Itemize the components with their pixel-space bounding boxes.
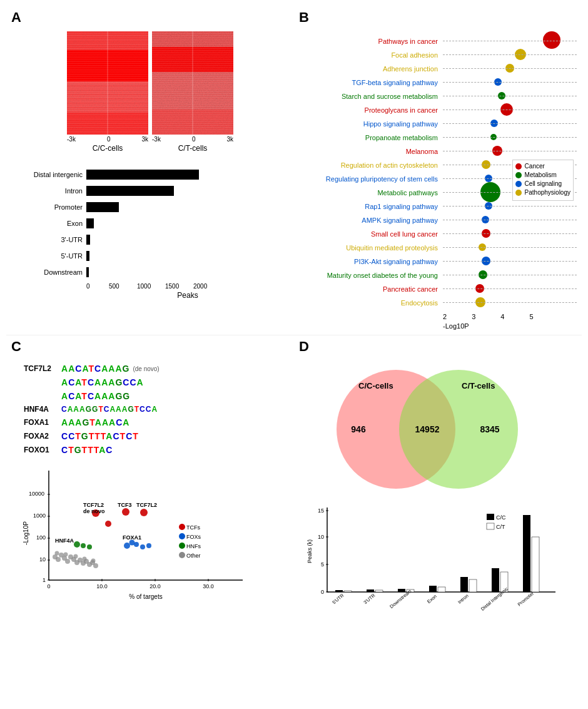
svg-rect-99 bbox=[367, 589, 374, 592]
pathway-row: Endocytosis bbox=[299, 296, 577, 309]
bar-x-title: Peaks bbox=[86, 291, 289, 300]
svg-rect-7 bbox=[152, 31, 233, 135]
bubble-area bbox=[443, 103, 577, 116]
bubble-chart-container: Pathways in cancer Focal adhesion Adhere… bbox=[299, 34, 577, 330]
heatmap-right-block bbox=[152, 31, 233, 135]
axis-tick: 2 bbox=[443, 313, 447, 320]
bar-row-promoter: Promoter bbox=[18, 200, 289, 214]
dashed-line bbox=[443, 220, 577, 220]
pathway-label: Pathways in cancer bbox=[299, 38, 443, 45]
heatmap-axis-right: -3k 0 3k bbox=[152, 136, 233, 143]
pathway-row: Melanoma bbox=[299, 145, 577, 158]
svg-rect-10 bbox=[152, 72, 233, 110]
dashed-line bbox=[443, 275, 577, 275]
svg-text:20.0: 20.0 bbox=[150, 583, 161, 589]
svg-rect-98 bbox=[344, 591, 352, 592]
motif-name: TCF7L2 bbox=[24, 364, 61, 373]
svg-text:FOXA1: FOXA1 bbox=[123, 534, 141, 541]
pathway-label: TGF-beta signaling pathway bbox=[299, 79, 443, 86]
pathway-row: AMPK signaling pathway bbox=[299, 213, 577, 227]
bubble-legend: Cancer Metabolism Cell signaling Pathoph… bbox=[512, 160, 574, 201]
pathway-row: Starch and sucrose metabolism bbox=[299, 89, 577, 103]
pathway-row: Focal adhesion bbox=[299, 48, 577, 61]
axis-tick: 2000 bbox=[193, 283, 217, 290]
svg-rect-118 bbox=[487, 514, 494, 520]
svg-text:10.0: 10.0 bbox=[96, 583, 108, 589]
heatmap-right: -3k 0 3k C/T-cells bbox=[152, 31, 233, 153]
svg-point-73 bbox=[179, 533, 185, 539]
dashed-line bbox=[443, 110, 577, 110]
bubble-area bbox=[443, 213, 577, 227]
svg-rect-9 bbox=[152, 47, 233, 72]
pathway-label: Proteoglycans in cancer bbox=[299, 106, 443, 114]
svg-text:0: 0 bbox=[47, 583, 50, 589]
bubble-area bbox=[443, 76, 577, 89]
svg-rect-4 bbox=[67, 113, 148, 135]
pathway-row: TGF-beta signaling pathway bbox=[299, 76, 577, 89]
bar-row-3utr: 3'-UTR bbox=[18, 233, 289, 247]
bar-distal bbox=[86, 170, 199, 180]
svg-text:C/C-cells: C/C-cells bbox=[358, 381, 393, 390]
motif-name: HNF4A bbox=[24, 405, 61, 414]
svg-text:de novo: de novo bbox=[83, 508, 105, 514]
pathway-label: PI3K-Akt signaling pathway bbox=[299, 258, 443, 265]
bubble-area bbox=[443, 200, 577, 213]
svg-rect-107 bbox=[492, 568, 499, 592]
axis-tick: 1500 bbox=[165, 283, 193, 290]
pathway-row: Propanoate metabolism bbox=[299, 131, 577, 144]
bar-promoter bbox=[86, 202, 119, 212]
bar-3utr bbox=[86, 235, 90, 245]
bar-5utr bbox=[86, 251, 89, 261]
axis-tick: 0 bbox=[107, 136, 111, 143]
svg-point-52 bbox=[91, 559, 96, 563]
motif-note: (de novo) bbox=[133, 365, 159, 372]
bar-label: 3'-UTR bbox=[18, 236, 86, 243]
legend-label: Cell signaling bbox=[525, 180, 562, 187]
svg-point-57 bbox=[124, 543, 130, 549]
svg-text:-Log10P: -Log10P bbox=[23, 521, 29, 545]
bar-row-downstream: Downstream bbox=[18, 265, 289, 279]
motif-seq: CCTGTTTACTCT bbox=[61, 431, 139, 441]
axis-tick: -3k bbox=[152, 136, 161, 143]
motif-name: FOXO1 bbox=[24, 446, 61, 454]
pathway-row: Pathways in cancer bbox=[299, 34, 577, 48]
svg-point-51 bbox=[83, 557, 87, 561]
svg-rect-120 bbox=[487, 523, 494, 529]
motif-row-tcf7l2: TCF7L2 AACATCAAAG (de novo) bbox=[24, 364, 289, 374]
axis-tick: 3 bbox=[472, 313, 475, 320]
svg-point-38 bbox=[65, 559, 70, 564]
heatmap-left-title: C/C-cells bbox=[67, 144, 148, 153]
bar-row-intron: Intron bbox=[18, 184, 289, 198]
legend-dot bbox=[515, 190, 522, 196]
svg-text:C/T: C/T bbox=[496, 524, 505, 530]
svg-text:Exon: Exon bbox=[426, 593, 438, 604]
svg-point-35 bbox=[56, 557, 61, 562]
dashed-line bbox=[443, 96, 577, 96]
bubble-area bbox=[443, 131, 577, 144]
svg-text:10: 10 bbox=[39, 556, 46, 563]
motif-row-hnf4a: HNF4A CAAAGGTCAAAGTCCA bbox=[24, 405, 289, 414]
svg-rect-104 bbox=[438, 587, 445, 592]
svg-text:TCF7L2: TCF7L2 bbox=[83, 502, 104, 508]
pathway-label: Regulating pluripotency of stem cells bbox=[299, 175, 443, 183]
svg-text:14952: 14952 bbox=[415, 424, 440, 434]
legend-item: Pathophysiology bbox=[515, 189, 570, 196]
pathway-label: Focal adhesion bbox=[299, 51, 443, 59]
bubble-area bbox=[443, 296, 577, 309]
motif-seq: ACATCAAAGCCA bbox=[61, 377, 144, 387]
svg-text:0: 0 bbox=[321, 589, 324, 595]
svg-text:946: 946 bbox=[351, 424, 366, 434]
svg-point-48 bbox=[55, 551, 59, 556]
motif-row-2: ACATCAAAGCCA bbox=[24, 377, 289, 387]
dashed-line bbox=[443, 137, 577, 138]
venn-diagram: C/C-cells C/T-cells 946 14952 8345 bbox=[299, 367, 577, 498]
svg-text:Other: Other bbox=[186, 553, 201, 559]
dashed-line bbox=[443, 247, 577, 248]
svg-point-53 bbox=[74, 541, 80, 548]
motif-seq: AACATCAAAG bbox=[61, 364, 129, 374]
axis-tick: 0 bbox=[86, 283, 109, 290]
bubble-area bbox=[443, 48, 577, 61]
axis-tick: 4 bbox=[500, 313, 504, 320]
bar-downstream bbox=[86, 267, 89, 277]
svg-text:TCF3: TCF3 bbox=[118, 502, 132, 508]
